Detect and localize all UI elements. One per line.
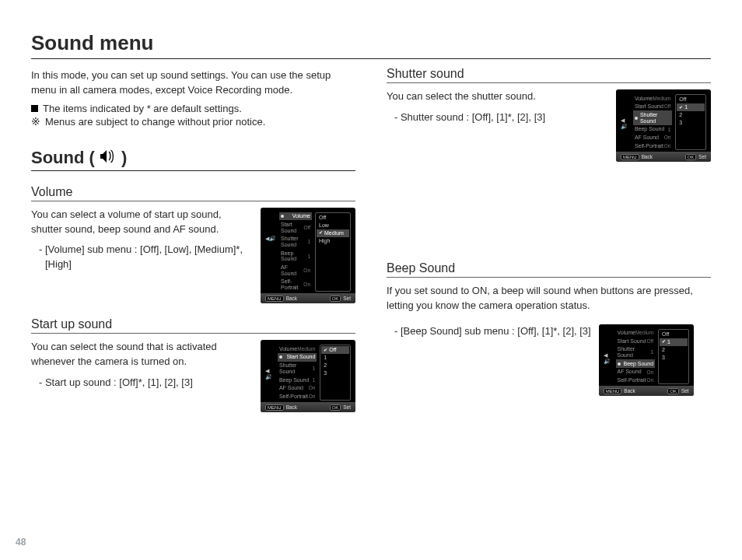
sound-heading-suffix: )	[121, 148, 127, 168]
beep-paragraph: If you set sound to ON, a beep will soun…	[387, 284, 711, 313]
lcd-menu-item: Beep Sound1	[278, 376, 317, 384]
shutter-submenu: - Shutter sound : [Off], [1]*, [2], [3]	[394, 110, 608, 124]
sound-heading-prefix: Sound (	[31, 148, 95, 168]
lcd-footer: MENUBackOKSet	[599, 386, 694, 396]
lcd-submenu-item: 3	[321, 369, 349, 377]
square-bullet-icon	[31, 105, 38, 112]
lcd-menu-item: Self-PortraitOn	[633, 142, 672, 150]
intro-paragraph: In this mode, you can set up sound setti…	[31, 68, 355, 98]
page-number: 48	[16, 537, 26, 548]
startup-lcd-mock: ◀🔊VolumeMediumStart SoundShutter Sound1B…	[261, 340, 355, 412]
lcd-menu-item: Self-PortraitOn	[278, 392, 317, 401]
lcd-menu-item: VolumeMedium	[616, 329, 655, 338]
speaker-icon	[100, 148, 117, 168]
lcd-menu-item: AF SoundOn	[278, 384, 317, 393]
lcd-speaker-icon: ◀🔊	[265, 212, 276, 292]
lcd-menu-item: Beep Sound1	[633, 125, 672, 134]
shutter-paragraph: You can select the shutter sound.	[387, 89, 608, 104]
lcd-menu-list: VolumeStart SoundOffShutter Sound1Beep S…	[279, 212, 312, 292]
intro-default-text: The items indicated by * are default set…	[43, 103, 242, 114]
startup-heading: Start up sound	[31, 317, 355, 334]
lcd-footer: MENUBackOKSet	[261, 293, 355, 303]
lcd-menu-item: Self-PortraitOn	[616, 376, 655, 385]
lcd-submenu-item: Off	[677, 96, 705, 103]
lcd-menu-item: AF SoundOn	[616, 368, 655, 376]
volume-heading: Volume	[31, 185, 355, 201]
lcd-speaker-icon: ◀🔊	[265, 345, 275, 401]
lcd-submenu: OffLowMediumHigh	[315, 212, 351, 292]
volume-paragraph: You can select a volume of start up soun…	[31, 208, 253, 237]
lcd-submenu-item: Off	[321, 346, 349, 354]
lcd-menu-item: Beep Sound1	[279, 249, 312, 263]
page-title: Sound menu	[31, 31, 711, 59]
lcd-speaker-icon: ◀🔊	[621, 94, 630, 150]
lcd-menu-item: AF SoundOn	[633, 133, 672, 142]
lcd-menu-item: Start SoundOff	[633, 103, 672, 111]
shutter-lcd-mock: ◀🔊VolumeMediumStart SoundOffShutter Soun…	[616, 89, 711, 162]
startup-paragraph: You can select the sound that is activat…	[31, 340, 253, 369]
lcd-submenu-item: High	[317, 237, 349, 245]
lcd-submenu-item: 2	[321, 362, 349, 369]
lcd-submenu: Off123	[658, 329, 689, 385]
lcd-menu-item: Shutter Sound1	[616, 345, 655, 359]
intro-change-text: Menus are subject to change without prio…	[45, 116, 265, 128]
lcd-submenu: Off123	[675, 94, 706, 150]
lcd-submenu-item: Low	[317, 222, 349, 229]
lcd-submenu-item: 3	[660, 354, 688, 362]
lcd-speaker-icon: ◀🔊	[604, 329, 613, 385]
right-column: Shutter sound You can select the shutter…	[387, 67, 711, 412]
lcd-submenu-item: 3	[677, 119, 705, 127]
intro-default-note: The items indicated by * are default set…	[31, 103, 355, 114]
reference-mark-icon: ※	[31, 115, 40, 128]
lcd-submenu-item: 1	[660, 338, 688, 346]
beep-lcd-mock: ◀🔊VolumeMediumStart SoundOffShutter Soun…	[599, 324, 694, 397]
lcd-footer: MENUBackOKSet	[261, 402, 355, 412]
lcd-submenu-item: Medium	[317, 229, 349, 237]
lcd-menu-item: Shutter Sound1	[279, 235, 312, 249]
lcd-menu-item: Start Sound	[278, 353, 317, 362]
lcd-menu-list: VolumeMediumStart SoundOffShutter SoundB…	[633, 94, 672, 150]
lcd-menu-item: VolumeMedium	[633, 94, 672, 103]
lcd-submenu: Off123	[320, 345, 351, 401]
sound-heading: Sound ( )	[31, 148, 355, 171]
lcd-submenu-item: 2	[677, 111, 705, 119]
startup-submenu: - Start up sound : [Off]*, [1], [2], [3]	[39, 376, 253, 390]
lcd-submenu-item: 2	[660, 346, 688, 354]
lcd-submenu-item: Off	[660, 331, 688, 338]
lcd-menu-item: AF SoundOn	[279, 264, 312, 278]
lcd-footer: MENUBackOKSet	[616, 152, 711, 162]
lcd-menu-item: Self-PortraitOn	[279, 278, 312, 292]
lcd-menu-item: Start SoundOff	[616, 337, 655, 345]
lcd-menu-list: VolumeMediumStart SoundOffShutter Sound1…	[616, 329, 655, 385]
shutter-heading: Shutter sound	[387, 67, 711, 83]
beep-heading: Beep Sound	[387, 261, 711, 278]
intro-change-note: ※ Menus are subject to change without pr…	[31, 116, 355, 128]
volume-submenu: - [Volume] sub menu : [Off], [Low], [Med…	[39, 243, 253, 271]
lcd-menu-list: VolumeMediumStart SoundShutter Sound1Bee…	[278, 345, 317, 401]
lcd-menu-item: Shutter Sound1	[278, 362, 317, 376]
volume-lcd-mock: ◀🔊VolumeStart SoundOffShutter Sound1Beep…	[261, 208, 355, 304]
lcd-menu-item: Beep Sound	[616, 359, 655, 368]
lcd-submenu-item: 1	[677, 103, 705, 111]
lcd-menu-item: Start SoundOff	[279, 220, 312, 234]
lcd-menu-item: VolumeMedium	[278, 345, 317, 353]
beep-submenu: - [Beep Sound] sub menu : [Off], [1]*, […	[394, 324, 591, 338]
lcd-menu-item: Shutter Sound	[633, 110, 672, 124]
lcd-menu-item: Volume	[279, 212, 312, 221]
left-column: In this mode, you can set up sound setti…	[31, 67, 355, 412]
lcd-submenu-item: 1	[321, 354, 349, 362]
lcd-submenu-item: Off	[317, 214, 349, 222]
